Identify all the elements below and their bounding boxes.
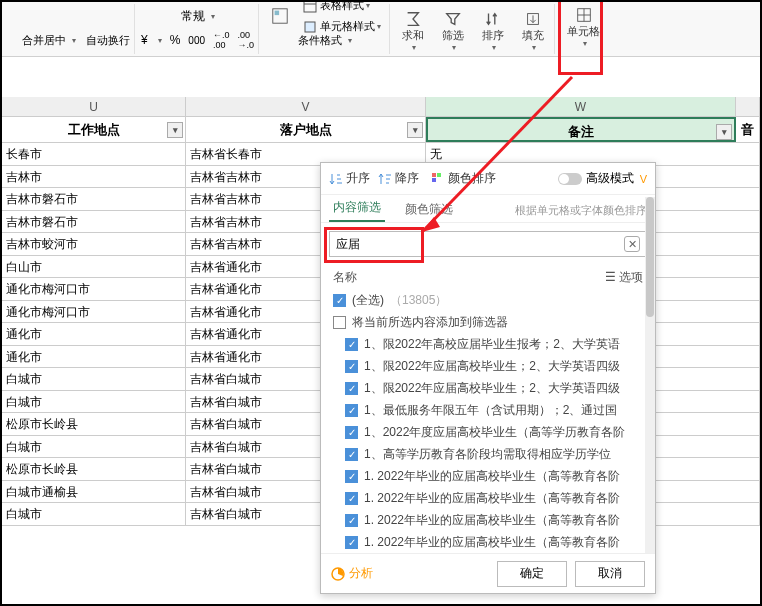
checkbox-icon[interactable]	[345, 536, 358, 549]
svg-rect-20	[437, 173, 441, 177]
checkbox-icon[interactable]	[345, 338, 358, 351]
cell-work-location[interactable]: 吉林市磐石市	[2, 211, 186, 233]
percent-btn[interactable]: %	[170, 33, 181, 47]
filter-dropdown-v[interactable]	[407, 122, 423, 138]
header-remark: 备注	[426, 117, 736, 142]
svg-rect-9	[275, 11, 280, 16]
cond-format-btn[interactable]	[265, 5, 295, 27]
wrap-icon[interactable]	[78, 14, 86, 18]
checkbox-icon[interactable]	[333, 316, 346, 329]
ribbon-toolbar: 合并居中▾ 自动换行 常规▾ ¥▾ % 000 ←.0.00 .00→.0 表格…	[2, 2, 760, 57]
column-header-row: U V W	[2, 97, 760, 117]
toolbar-group-data: 求和▾ 筛选▾ 排序▾ 填充▾	[392, 4, 555, 54]
checkbox-icon[interactable]	[345, 514, 358, 527]
cell-work-location[interactable]: 通化市梅河口市	[2, 301, 186, 323]
filter-tabs: 内容筛选 颜色筛选 根据单元格或字体颜色排序	[321, 195, 655, 223]
col-header-v[interactable]: V	[186, 97, 426, 116]
cell-work-location[interactable]: 白城市	[2, 391, 186, 413]
filter-dropdown-w[interactable]	[716, 124, 732, 140]
cell-work-location[interactable]: 长春市	[2, 143, 186, 165]
filter-search-box: ✕	[329, 231, 647, 257]
analyze-btn[interactable]: 分析	[331, 565, 373, 582]
checkbox-icon[interactable]	[345, 426, 358, 439]
checkbox-icon[interactable]	[333, 294, 346, 307]
decimal-dec-btn[interactable]: .00→.0	[238, 30, 255, 50]
filter-item[interactable]: 1、限2022年应届高校毕业生；2、大学英语四级	[345, 355, 643, 377]
cell-work-location[interactable]: 松原市长岭县	[2, 413, 186, 435]
checkbox-icon[interactable]	[345, 448, 358, 461]
cell-work-location[interactable]: 白城市	[2, 368, 186, 390]
clear-search-btn[interactable]: ✕	[624, 236, 640, 252]
cell-work-location[interactable]: 吉林市	[2, 166, 186, 188]
cell-btn[interactable]: 单元格▾	[561, 4, 606, 50]
filter-item[interactable]: 1、最低服务年限五年（含试用期）；2、通过国	[345, 399, 643, 421]
filter-item[interactable]: 1. 2022年毕业的应届高校毕业生（高等教育各阶	[345, 531, 643, 553]
filter-item[interactable]: 1、高等学历教育各阶段均需取得相应学历学位	[345, 443, 643, 465]
advanced-mode-toggle[interactable]: 高级模式 V	[558, 170, 647, 187]
currency-btn[interactable]: ¥	[141, 33, 148, 47]
filter-list[interactable]: (全选) （13805） 将当前所选内容添加到筛选器 1、限2022年高校应届毕…	[321, 289, 655, 553]
filter-hint-text: 根据单元格或字体颜色排序	[515, 203, 647, 222]
filter-item-add-current[interactable]: 将当前所选内容添加到筛选器	[333, 311, 643, 333]
filter-item[interactable]: 1、限2022年高校应届毕业生报考；2、大学英语	[345, 333, 643, 355]
col-header-w[interactable]: W	[426, 97, 736, 116]
cell-work-location[interactable]: 白城市	[2, 503, 186, 525]
filter-item-select-all[interactable]: (全选) （13805）	[333, 289, 643, 311]
cancel-button[interactable]: 取消	[575, 561, 645, 587]
toolbar-group-cell: 单元格▾	[557, 4, 610, 54]
cell-work-location[interactable]: 通化市	[2, 323, 186, 345]
filter-item[interactable]: 1. 2022年毕业的应届高校毕业生（高等教育各阶	[345, 487, 643, 509]
filter-bottom-bar: 分析 确定 取消	[321, 553, 655, 593]
col-header-end[interactable]	[736, 97, 760, 116]
filter-btn[interactable]: 筛选▾	[436, 8, 470, 54]
fill-btn[interactable]: 填充▾	[516, 8, 550, 54]
cell-work-location[interactable]: 松原市长岭县	[2, 458, 186, 480]
options-btn[interactable]: ☰ 选项	[605, 269, 643, 286]
checkbox-icon[interactable]	[345, 492, 358, 505]
scrollbar[interactable]	[645, 197, 655, 553]
sort-asc-btn[interactable]: 升序	[329, 170, 370, 187]
cell-work-location[interactable]: 通化市梅河口市	[2, 278, 186, 300]
cell-work-location[interactable]: 白城市通榆县	[2, 481, 186, 503]
checkbox-icon[interactable]	[345, 404, 358, 417]
thousands-btn[interactable]: 000	[188, 35, 205, 46]
checkbox-icon[interactable]	[345, 360, 358, 373]
hamburger-icon: ☰	[605, 270, 616, 284]
decimal-inc-btn[interactable]: ←.0.00	[213, 30, 230, 50]
align-icon-1[interactable]	[54, 14, 62, 18]
toolbar-group-number: 常规▾ ¥▾ % 000 ←.0.00 .00→.0	[137, 4, 259, 54]
svg-rect-19	[432, 173, 436, 177]
ok-button[interactable]: 确定	[497, 561, 567, 587]
table-style-btn[interactable]: 表格样式▾	[299, 0, 385, 15]
cell-work-location[interactable]: 通化市	[2, 346, 186, 368]
checkbox-icon[interactable]	[345, 382, 358, 395]
merge-center-label[interactable]: 合并居中	[22, 33, 66, 48]
table-header-row: 工作地点 落户地点 备注 音	[2, 117, 760, 143]
cell-work-location[interactable]: 吉林市蛟河市	[2, 233, 186, 255]
sort-desc-btn[interactable]: 降序	[378, 170, 419, 187]
toggle-switch[interactable]	[558, 173, 582, 185]
cell-work-location[interactable]: 白山市	[2, 256, 186, 278]
sum-btn[interactable]: 求和▾	[396, 8, 430, 54]
cell-work-location[interactable]: 吉林市磐石市	[2, 188, 186, 210]
filter-dropdown-u[interactable]	[167, 122, 183, 138]
checkbox-icon[interactable]	[345, 470, 358, 483]
sort-btn[interactable]: 排序▾	[476, 8, 510, 54]
cell-work-location[interactable]: 白城市	[2, 436, 186, 458]
filter-item[interactable]: 1、限2022年应届高校毕业生；2、大学英语四级	[345, 377, 643, 399]
tab-content-filter[interactable]: 内容筛选	[329, 199, 385, 222]
color-sort-btn[interactable]: 颜色排序	[431, 170, 496, 187]
filter-search-input[interactable]	[336, 237, 624, 251]
filter-item[interactable]: 1. 2022年毕业的应届高校毕业生（高等教育各阶	[345, 465, 643, 487]
cond-format-label[interactable]: 条件格式	[298, 33, 342, 48]
align-icon-2[interactable]	[10, 38, 18, 42]
col-header-u[interactable]: U	[2, 97, 186, 116]
merge-icon[interactable]	[66, 14, 74, 18]
filter-item[interactable]: 1、2022年度应届高校毕业生（高等学历教育各阶	[345, 421, 643, 443]
svg-rect-10	[304, 0, 316, 12]
number-format-select[interactable]: 常规	[181, 8, 205, 25]
filter-item[interactable]: 1. 2022年毕业的应届高校毕业生（高等教育各阶	[345, 509, 643, 531]
wrap-text-label[interactable]: 自动换行	[86, 33, 130, 48]
header-work-location: 工作地点	[2, 117, 186, 142]
tab-color-filter[interactable]: 颜色筛选	[401, 201, 457, 222]
